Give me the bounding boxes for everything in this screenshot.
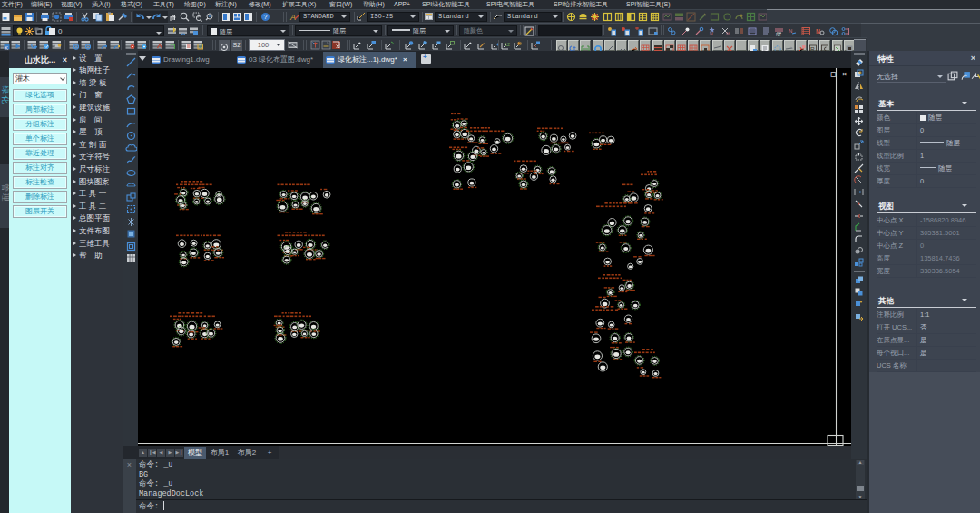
svg-text:NT: NT: [776, 33, 781, 37]
svg-text:%: %: [726, 31, 730, 36]
svg-text:N: N: [789, 28, 792, 34]
svg-text:12: 12: [505, 42, 510, 47]
svg-text:N: N: [710, 31, 713, 36]
svg-text:A: A: [289, 13, 296, 22]
svg-text:N: N: [816, 28, 820, 35]
svg-text:?: ?: [264, 14, 268, 20]
svg-text:K: K: [5, 45, 8, 51]
